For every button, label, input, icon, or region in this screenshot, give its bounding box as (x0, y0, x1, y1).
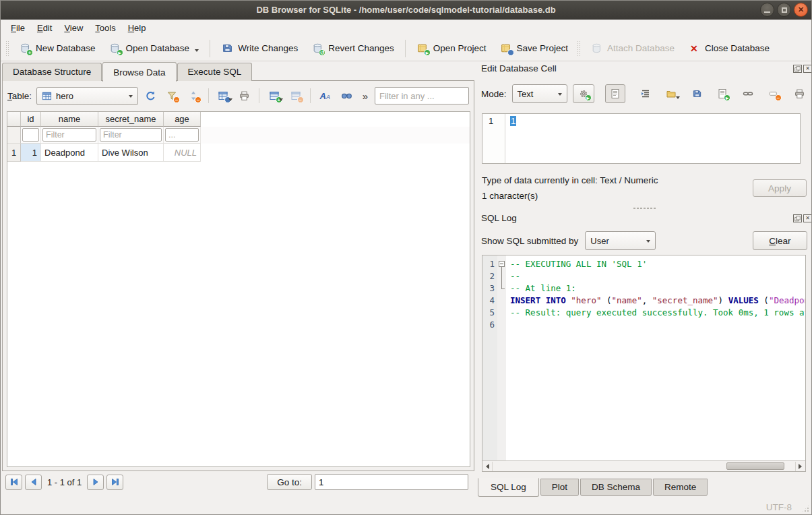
write-changes-button[interactable]: Write Changes (214, 39, 305, 58)
find-button[interactable] (338, 87, 356, 104)
horizontal-scrollbar[interactable] (482, 460, 805, 471)
sql-source-selector[interactable]: User (585, 231, 656, 250)
word-wrap-button[interactable] (637, 84, 654, 103)
record-navigation: 1 - 1 of 1 Go to: (1, 473, 476, 491)
menu-file[interactable]: File (5, 21, 31, 35)
float-dock-button[interactable] (793, 65, 802, 73)
toolbar-grip[interactable] (577, 40, 582, 57)
grid-corner-header[interactable] (7, 112, 21, 127)
import-dropdown-arrow[interactable] (676, 96, 680, 101)
cell-age-null[interactable]: NULL (164, 144, 201, 162)
filter-input-age[interactable] (165, 128, 199, 142)
mode-selector[interactable]: Text (512, 84, 567, 103)
dock-splitter[interactable] (476, 206, 812, 211)
goto-input[interactable] (315, 474, 468, 490)
cell-editor[interactable]: 1 1 (482, 113, 801, 164)
column-header-secret-name[interactable]: secret_name (98, 112, 164, 127)
scroll-right-arrow[interactable] (795, 462, 805, 471)
insert-record-dropdown-arrow[interactable] (279, 98, 283, 103)
tab-execute-sql[interactable]: Execute SQL (177, 63, 253, 81)
clear-filters-button[interactable]: − (163, 87, 181, 104)
first-record-button[interactable] (5, 475, 22, 490)
save-project-button[interactable]: Save Project (493, 39, 575, 58)
main-toolbar: + New Database ▸ Open Database Write Cha… (1, 36, 811, 61)
filter-input-name[interactable] (42, 128, 96, 142)
last-record-button[interactable] (106, 475, 123, 490)
open-database-button[interactable]: ▸ Open Database (102, 39, 206, 58)
open-in-external-button[interactable]: ▸ (714, 84, 730, 103)
revert-changes-button[interactable]: ↺ Revert Changes (305, 39, 401, 58)
import-data-button[interactable] (663, 84, 679, 103)
minimize-button[interactable] (760, 3, 774, 17)
new-database-button[interactable]: + New Database (12, 39, 102, 58)
next-record-button[interactable] (87, 475, 104, 490)
filter-any-input[interactable] (375, 87, 469, 104)
filter-input-secret-name[interactable] (100, 128, 162, 142)
toolbar-grip[interactable] (5, 40, 10, 57)
attach-database-button[interactable]: Attach Database (584, 39, 681, 58)
cell-secret-name[interactable]: Dive Wilson (98, 144, 164, 162)
row-number[interactable]: 1 (7, 144, 21, 162)
clear-log-button[interactable]: Clear (753, 231, 807, 250)
tab-browse-data[interactable]: Browse Data (102, 62, 176, 82)
tab-db-schema[interactable]: DB Schema (580, 479, 652, 496)
cell-name[interactable]: Deadpond (41, 144, 98, 162)
close-dock-button[interactable]: ✕ (803, 65, 812, 73)
selected-text: 1 (510, 116, 516, 126)
previous-record-button[interactable] (25, 475, 42, 490)
title-bar[interactable]: DB Browser for SQLite - /home/user/code/… (1, 1, 811, 20)
export-data-button[interactable] (689, 84, 705, 103)
fold-toggle-icon[interactable] (499, 261, 505, 267)
print-table-button[interactable] (236, 87, 254, 104)
open-database-dropdown-arrow[interactable] (195, 49, 199, 54)
maximize-button[interactable] (777, 3, 791, 17)
goto-button[interactable]: Go to: (267, 474, 312, 490)
maximize-icon (782, 7, 787, 13)
close-database-button[interactable]: ✕ Close Database (681, 39, 776, 58)
tab-sql-log[interactable]: SQL Log (478, 478, 539, 497)
delete-record-button[interactable]: − (286, 87, 305, 104)
toolbar-overflow-chevron[interactable]: » (363, 90, 368, 102)
save-table-button[interactable] (214, 87, 232, 104)
clear-sort-button[interactable]: − (185, 87, 203, 104)
tab-database-structure[interactable]: Database Structure (2, 63, 102, 81)
column-header-name[interactable]: name (41, 112, 98, 127)
close-window-button[interactable]: ✕ (794, 3, 808, 17)
menu-view[interactable]: View (58, 21, 89, 35)
cell-editor-content[interactable]: 1 (505, 114, 516, 163)
column-header-id[interactable]: id (21, 112, 41, 127)
attach-database-icon (590, 42, 602, 55)
filter-input-id[interactable] (22, 128, 39, 142)
resize-grip[interactable] (801, 504, 810, 513)
revert-changes-icon: ↺ (311, 42, 323, 55)
close-dock-button[interactable]: ✕ (803, 214, 812, 222)
print-cell-button[interactable] (791, 84, 807, 103)
sql-log-editor[interactable]: 1 2 3 4 5 6 -- EXECUTING ALL IN 'SQL 1' … (482, 255, 806, 472)
column-header-age[interactable]: age (164, 112, 201, 127)
scrollbar-thumb[interactable] (726, 462, 784, 470)
main-tab-bar: Database Structure Browse Data Execute S… (2, 61, 253, 81)
save-table-dropdown-arrow[interactable] (228, 98, 232, 103)
apply-button[interactable]: Apply (753, 179, 807, 197)
tab-plot[interactable]: Plot (540, 479, 579, 496)
sql-log-dock-controls: ✕ (793, 214, 812, 222)
set-null-button[interactable]: − (766, 84, 782, 103)
bottom-dock-tabs: SQL Log Plot DB Schema Remote (478, 478, 709, 497)
insert-record-button[interactable]: + (265, 87, 283, 104)
scroll-left-arrow[interactable] (482, 462, 493, 471)
table-selector[interactable]: hero (36, 87, 138, 105)
set-null-icon: − (768, 88, 780, 100)
copy-link-button[interactable] (740, 84, 756, 103)
attach-database-label: Attach Database (607, 43, 675, 53)
font-button[interactable]: AA (316, 87, 334, 104)
menu-edit[interactable]: Edit (31, 21, 58, 35)
menu-tools[interactable]: Tools (89, 21, 121, 35)
tab-remote[interactable]: Remote (653, 479, 708, 496)
refresh-button[interactable] (142, 87, 160, 104)
text-mode-toggle-button[interactable] (605, 84, 625, 103)
cell-id[interactable]: 1 (21, 144, 41, 162)
float-dock-button[interactable] (793, 214, 802, 222)
menu-help[interactable]: Help (122, 21, 152, 35)
auto-switch-mode-button[interactable]: ▸ (573, 84, 594, 103)
open-project-button[interactable]: ▸ Open Project (410, 39, 493, 58)
